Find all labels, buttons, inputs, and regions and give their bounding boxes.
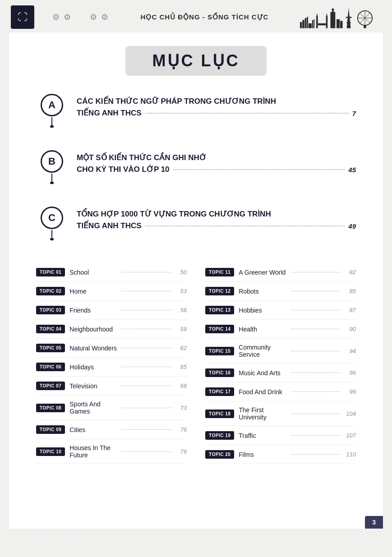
balloon-base-a xyxy=(50,125,54,128)
topic-name-r5: Community Service xyxy=(239,344,288,358)
svg-rect-10 xyxy=(317,14,318,17)
topic-left-row-5: TOPIC 05 Natural Wonders 62 xyxy=(36,339,187,358)
muc-luc-box: MỤC LỤC xyxy=(125,46,267,76)
topic-page-r7: 99 xyxy=(343,388,356,395)
topic-page-r9: 107 xyxy=(343,432,356,439)
topic-name-r10: Films xyxy=(239,451,288,458)
topic-name-9: Cities xyxy=(69,426,119,433)
section-a-title2: TIẾNG ANH THCS xyxy=(77,108,142,118)
topic-name-3: Friends xyxy=(69,307,119,314)
section-a: A CÁC KIẾN THỨC NGỮ PHÁP TRONG CHƯƠNG TR… xyxy=(36,94,356,132)
topic-page-1: 50 xyxy=(174,269,187,276)
svg-rect-1 xyxy=(302,20,304,28)
topic-page-r2: 85 xyxy=(343,288,356,295)
section-c-dotline: TIẾNG ANH THCS 49 xyxy=(77,221,356,231)
svg-rect-12 xyxy=(330,12,335,28)
topic-badge-6: TOPIC 06 xyxy=(36,363,65,371)
topic-dots-6 xyxy=(122,367,171,367)
topic-page-r10: 110 xyxy=(343,451,356,458)
topic-page-r3: 87 xyxy=(343,307,356,313)
topic-name-4: Neighbourhood xyxy=(69,326,119,333)
topic-name-r6: Music And Arts xyxy=(239,369,288,377)
topic-right-row-1: TOPIC 11 A Greener World 82 xyxy=(205,263,356,282)
topic-page-r4: 90 xyxy=(343,326,356,332)
svg-rect-7 xyxy=(316,16,318,28)
topic-left-row-2: TOPIC 02 Home 53 xyxy=(36,282,187,301)
muc-luc-title-container: MỤC LỤC xyxy=(36,32,356,94)
topic-badge-r5: TOPIC 15 xyxy=(205,347,234,355)
section-c-balloon: C xyxy=(41,207,63,229)
topic-badge-r1: TOPIC 11 xyxy=(205,268,234,276)
topic-page-r5: 94 xyxy=(343,348,356,354)
topic-badge-r4: TOPIC 14 xyxy=(205,325,234,333)
section-b-dots xyxy=(173,169,345,170)
svg-rect-2 xyxy=(305,18,307,28)
topic-badge-1: TOPIC 01 xyxy=(36,268,65,276)
topic-page-10: 79 xyxy=(174,448,187,455)
topic-name-2: Home xyxy=(69,288,119,295)
balloon-base-b xyxy=(50,182,54,184)
topic-left-row-6: TOPIC 06 Holidays 65 xyxy=(36,358,187,377)
topic-dots-9 xyxy=(122,429,171,430)
footer-decoration xyxy=(9,488,383,529)
topic-left-row-8: TOPIC 08 Sports And Games 73 xyxy=(36,396,187,420)
section-b-title1: MỘT SỐ KIẾN THỨC CẦN GHI NHỚ xyxy=(77,153,356,163)
topic-dots-4 xyxy=(122,329,171,329)
topic-badge-r2: TOPIC 12 xyxy=(205,287,234,295)
topic-name-10: Houses In The Future xyxy=(69,444,119,459)
svg-rect-24 xyxy=(346,17,352,18)
balloon-string-b xyxy=(51,174,52,182)
topic-name-7: Television xyxy=(69,382,119,390)
topic-dots-r8 xyxy=(291,414,341,414)
topic-dots-r10 xyxy=(291,454,341,455)
topic-left-row-4: TOPIC 04 Neighbourhood 59 xyxy=(36,320,187,339)
topic-page-2: 53 xyxy=(174,288,187,295)
svg-rect-6 xyxy=(314,19,315,28)
balloon-base-c xyxy=(50,238,54,240)
section-a-balloon: A xyxy=(41,94,63,116)
topic-name-r4: Health xyxy=(239,326,288,333)
topic-left-row-7: TOPIC 07 Television 68 xyxy=(36,377,187,396)
muc-luc-text: MỤC LỤC xyxy=(152,51,240,70)
topic-name-r9: Traffic xyxy=(239,432,288,439)
svg-point-31 xyxy=(304,495,345,529)
topic-name-1: School xyxy=(69,269,119,276)
topic-right-row-4: TOPIC 14 Health 90 xyxy=(205,320,356,339)
topic-badge-2: TOPIC 02 xyxy=(36,287,65,295)
topic-dots-r4 xyxy=(291,329,341,329)
topic-right-row-7: TOPIC 17 Food And Drink 99 xyxy=(205,382,356,401)
logo-icon: ⛶ xyxy=(18,11,28,23)
topic-right-row-2: TOPIC 12 Robots 85 xyxy=(205,282,356,301)
section-b-page: 45 xyxy=(348,166,356,174)
section-c-icon: C xyxy=(36,207,68,240)
topic-left-row-10: TOPIC 10 Houses In The Future 79 xyxy=(36,439,187,464)
topic-page-r8: 104 xyxy=(343,410,356,417)
svg-rect-5 xyxy=(312,20,314,28)
topic-right-row-6: TOPIC 16 Music And Arts 96 xyxy=(205,364,356,382)
section-a-page: 7 xyxy=(352,110,356,117)
topic-badge-r6: TOPIC 16 xyxy=(205,368,234,377)
logo-box: ⛶ xyxy=(11,5,34,29)
section-b-icon: B xyxy=(36,150,68,184)
topic-badge-7: TOPIC 07 xyxy=(36,382,65,390)
topic-right-row-8: TOPIC 18 The First University 104 xyxy=(205,401,356,426)
topic-right-row-10: TOPIC 20 Films 110 xyxy=(205,445,356,464)
topic-name-r7: Food And Drink xyxy=(239,388,288,396)
topic-badge-r3: TOPIC 13 xyxy=(205,306,234,314)
topic-badge-5: TOPIC 05 xyxy=(36,344,65,352)
balloon-string-a xyxy=(51,117,52,125)
topic-page-9: 76 xyxy=(174,426,187,433)
svg-rect-4 xyxy=(309,23,312,28)
svg-rect-8 xyxy=(318,23,326,26)
section-b: B MỘT SỐ KIẾN THỨC CẦN GHI NHỚ CHO KỲ TH… xyxy=(36,150,356,189)
header-dots-2: ⚙ ⚙ xyxy=(90,12,109,22)
svg-rect-25 xyxy=(346,22,350,23)
svg-rect-22 xyxy=(364,25,366,28)
topic-dots-5 xyxy=(122,348,171,348)
svg-rect-9 xyxy=(326,16,328,28)
topic-dots-r2 xyxy=(291,291,341,291)
svg-rect-16 xyxy=(340,21,342,28)
balloon-string-c xyxy=(51,230,52,238)
topic-name-r1: A Greener World xyxy=(239,269,288,276)
header: ⛶ ⚙ ⚙ ⚙ ⚙ Học Chủ Động - Sống Tích Cực xyxy=(0,0,392,32)
